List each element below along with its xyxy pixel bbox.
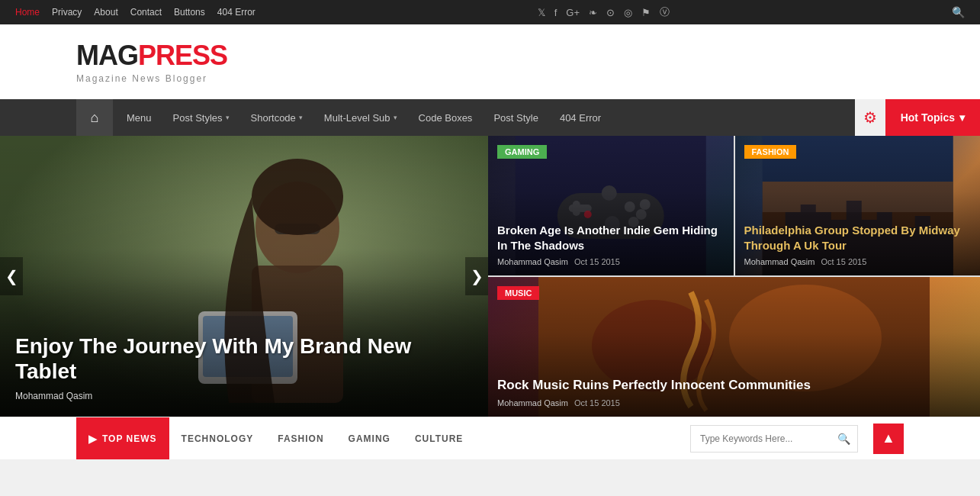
flag-icon[interactable]: ⚑ [641, 7, 651, 18]
fashion-card-meta: Mohammad Qasim Oct 15 2015 [744, 257, 972, 266]
nav-buttons[interactable]: Buttons [174, 7, 205, 18]
music-date: Oct 15 2015 [574, 398, 620, 407]
header: MAGPRESS Magazine News Blogger [0, 24, 980, 99]
gaming-card-content: Broken Age Is Another Indie Gem Hiding I… [488, 214, 734, 275]
scroll-top-button[interactable]: ▲ [873, 424, 904, 454]
gear-icon[interactable]: ⚙ [855, 99, 885, 136]
hero-main-card[interactable]: ❮ ❯ Enjoy The Journey With My Brand New … [0, 136, 488, 417]
gaming-badge: GAMING [497, 145, 547, 159]
svg-point-7 [252, 159, 343, 235]
nav-items: Menu Post Styles ▾ Shortcode ▾ Mult-Leve… [116, 99, 855, 136]
tab-top-news-label: TOP NEWS [102, 433, 157, 444]
nav-404[interactable]: 404 Error [217, 7, 255, 18]
fashion-date: Oct 15 2015 [821, 257, 866, 266]
nav-shortcode[interactable]: Shortcode ▾ [240, 99, 313, 136]
search-bar[interactable]: 🔍 [690, 425, 858, 453]
chevron-down-icon: ▾ [299, 114, 303, 121]
github-icon[interactable]: ⊙ [606, 7, 615, 18]
main-nav: ⌂ Menu Post Styles ▾ Shortcode ▾ Mult-Le… [0, 99, 980, 136]
dribbble-icon[interactable]: ◎ [624, 7, 632, 18]
category-tabs: ▶ TOP NEWS TECHNOLOGY FASHION GAMING CUL… [76, 417, 690, 460]
nav-privacy[interactable]: Privacy [52, 7, 82, 18]
nav-home[interactable]: Home [15, 7, 40, 18]
fashion-card-title: Philadelphia Group Stopped By Midway Thr… [744, 223, 972, 253]
tab-fashion[interactable]: FASHION [265, 417, 336, 460]
hero-section: ❮ ❯ Enjoy The Journey With My Brand New … [0, 136, 980, 417]
play-icon: ▶ [88, 433, 98, 445]
chevron-down-icon: ▾ [226, 114, 230, 121]
music-card-content: Rock Music Ruins Perfectly Innocent Comm… [488, 368, 980, 417]
svg-point-2 [255, 182, 339, 273]
bottom-bar: ▶ TOP NEWS TECHNOLOGY FASHION GAMING CUL… [0, 417, 980, 459]
hero-top-row: GAMING Broken Age Is Another Indie Gem H… [488, 136, 980, 275]
hero-next-button[interactable]: ❯ [465, 257, 488, 295]
music-card-title: Rock Music Ruins Perfectly Innocent Comm… [497, 377, 971, 394]
top-bar-nav: Home Privacy About Contact Buttons 404 E… [15, 7, 255, 18]
logo[interactable]: MAGPRESS Magazine News Blogger [76, 40, 227, 84]
chevron-down-icon: ▾ [394, 114, 397, 121]
pinterest-icon[interactable]: ❧ [589, 7, 597, 18]
hero-main-author: Mohammad Qasim [15, 391, 473, 401]
music-badge: MUSIC [497, 286, 539, 300]
hot-topics-button[interactable]: Hot Topics ▾ [885, 99, 980, 136]
music-author: Mohammad Qasim [497, 398, 568, 407]
nav-404-error[interactable]: 404 Error [549, 99, 612, 136]
fashion-badge: FASHION [744, 145, 797, 159]
logo-mag: MAG [76, 40, 138, 71]
search-icon[interactable]: 🔍 [952, 6, 965, 18]
nav-contact[interactable]: Contact [130, 7, 162, 18]
tab-top-news[interactable]: ▶ TOP NEWS [76, 417, 169, 460]
fashion-card-content: Philadelphia Group Stopped By Midway Thr… [735, 214, 981, 275]
gaming-author: Mohammad Qasim [497, 257, 568, 266]
hot-topics-label: Hot Topics [901, 111, 955, 124]
googleplus-icon[interactable]: G+ [566, 7, 580, 18]
hero-fashion-card[interactable]: FASHION Philadelphia Group Stopped By Mi… [735, 136, 981, 275]
tab-technology[interactable]: TECHNOLOGY [169, 417, 266, 460]
home-button[interactable]: ⌂ [76, 99, 113, 136]
nav-multilevel[interactable]: Mult-Level Sub ▾ [313, 99, 408, 136]
tab-culture[interactable]: CULTURE [403, 417, 475, 460]
top-bar: Home Privacy About Contact Buttons 404 E… [0, 0, 980, 24]
hero-caption: Enjoy The Journey With My Brand New Tabl… [0, 318, 488, 417]
hero-gaming-card[interactable]: GAMING Broken Age Is Another Indie Gem H… [488, 136, 734, 275]
nav-about[interactable]: About [94, 7, 117, 18]
hot-topics-arrow: ▾ [959, 111, 965, 124]
hero-music-card[interactable]: MUSIC Rock Music Ruins Perfectly Innocen… [488, 277, 980, 417]
nav-post-style[interactable]: Post Style [483, 99, 549, 136]
twitter-icon[interactable]: 𝕏 [538, 7, 545, 18]
hero-prev-button[interactable]: ❮ [0, 257, 23, 295]
top-search-area: 🔍 [952, 6, 965, 18]
search-icon[interactable]: 🔍 [830, 425, 857, 453]
fashion-author: Mohammad Qasim [744, 257, 815, 266]
nav-code-boxes[interactable]: Code Boxes [408, 99, 484, 136]
logo-subtitle: Magazine News Blogger [76, 73, 227, 84]
social-links: 𝕏 f G+ ❧ ⊙ ◎ ⚑ ⓥ [538, 5, 670, 19]
hero-main-title: Enjoy The Journey With My Brand New Tabl… [15, 333, 473, 385]
facebook-icon[interactable]: f [554, 7, 557, 18]
logo-press: PRESS [138, 40, 227, 71]
logo-text: MAGPRESS [76, 40, 227, 72]
music-card-meta: Mohammad Qasim Oct 15 2015 [497, 398, 971, 407]
gaming-date: Oct 15 2015 [574, 257, 620, 266]
tab-gaming[interactable]: GAMING [336, 417, 403, 460]
svg-rect-4 [275, 224, 320, 234]
nav-post-styles[interactable]: Post Styles ▾ [162, 99, 240, 136]
nav-menu[interactable]: Menu [116, 99, 162, 136]
gaming-card-title: Broken Age Is Another Indie Gem Hiding I… [497, 223, 725, 253]
hero-right-cards: GAMING Broken Age Is Another Indie Gem H… [488, 136, 980, 417]
vk-icon[interactable]: ⓥ [660, 5, 670, 19]
gaming-card-meta: Mohammad Qasim Oct 15 2015 [497, 257, 725, 266]
search-input[interactable] [691, 426, 830, 452]
